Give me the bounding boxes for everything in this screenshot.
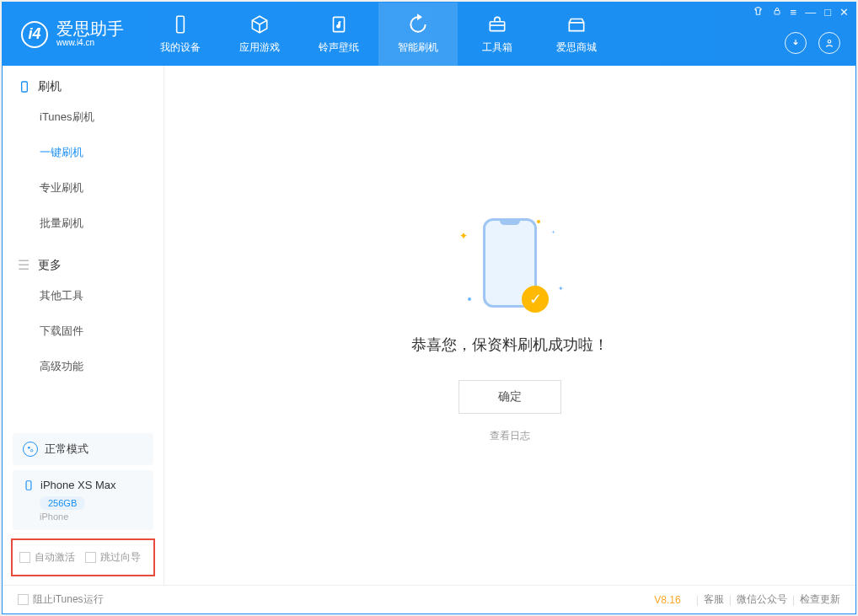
app-name: 爱思助手	[56, 20, 124, 37]
logo-icon: i4	[21, 21, 48, 48]
sidebar-item-batch-flash[interactable]: 批量刷机	[3, 206, 164, 241]
mode-icon	[23, 442, 38, 457]
svg-point-7	[30, 449, 33, 452]
sidebar-item-advanced[interactable]: 高级功能	[3, 349, 164, 384]
window-controls: ≡ — □ ✕	[753, 6, 849, 19]
lock-icon[interactable]	[772, 6, 782, 19]
logo: i4 爱思助手 www.i4.cn	[3, 20, 141, 49]
checkbox-auto-activate[interactable]: 自动激活	[19, 550, 75, 565]
check-icon: ✓	[522, 286, 549, 313]
download-icon[interactable]	[785, 32, 807, 54]
success-illustration: ✦ ✦ + ✓	[442, 208, 577, 318]
music-icon	[328, 13, 350, 35]
checkbox-skip-guide[interactable]: 跳过向导	[85, 550, 141, 565]
version-label: V8.16	[654, 594, 680, 606]
bottom-options-highlight: 自动激活 跳过向导	[11, 538, 155, 576]
tab-my-device[interactable]: 我的设备	[141, 3, 220, 66]
minimize-button[interactable]: —	[805, 6, 816, 19]
device-phone-icon	[23, 479, 35, 491]
footer-link-support[interactable]: 客服	[704, 592, 724, 607]
ok-button[interactable]: 确定	[458, 380, 561, 414]
app-url: www.i4.cn	[56, 37, 124, 49]
mode-status-card[interactable]: 正常模式	[13, 433, 153, 465]
view-log-link[interactable]: 查看日志	[490, 429, 530, 443]
sidebar-item-oneclick-flash[interactable]: 一键刷机	[3, 135, 164, 170]
svg-point-4	[828, 40, 831, 44]
success-message: 恭喜您，保资料刷机成功啦！	[411, 335, 609, 355]
refresh-icon	[407, 13, 429, 35]
toolbox-icon	[486, 13, 508, 35]
device-name: iPhone XS Max	[40, 479, 116, 491]
titlebar-right-icons	[785, 32, 840, 54]
close-button[interactable]: ✕	[839, 6, 849, 19]
tab-ringtones[interactable]: 铃声壁纸	[299, 3, 378, 66]
svg-point-6	[28, 447, 30, 449]
app-window: i4 爱思助手 www.i4.cn 我的设备 应用游戏 铃声壁纸 智能刷机	[2, 2, 856, 614]
footer: 阻止iTunes运行 V8.16 | 客服 | 微信公众号 | 检查更新	[3, 585, 855, 613]
svg-rect-5	[22, 82, 28, 92]
sidebar-item-download-firmware[interactable]: 下载固件	[3, 313, 164, 349]
sidebar-header-more: ☰ 更多	[3, 258, 164, 278]
svg-rect-0	[177, 16, 185, 33]
sidebar-item-other-tools[interactable]: 其他工具	[3, 278, 164, 313]
phone-icon	[18, 80, 31, 94]
sidebar-item-pro-flash[interactable]: 专业刷机	[3, 170, 164, 206]
tab-apps-games[interactable]: 应用游戏	[220, 3, 299, 66]
device-card[interactable]: iPhone XS Max 256GB iPhone	[13, 470, 153, 530]
main-content: ✦ ✦ + ✓ 恭喜您，保资料刷机成功啦！ 确定 查看日志	[164, 66, 855, 585]
tab-smart-flash[interactable]: 智能刷机	[378, 3, 458, 66]
sidebar-item-itunes-flash[interactable]: iTunes刷机	[3, 99, 164, 135]
svg-rect-8	[26, 480, 31, 490]
tab-toolbox[interactable]: 工具箱	[458, 3, 537, 66]
device-type: iPhone	[40, 512, 143, 522]
footer-link-wechat[interactable]: 微信公众号	[737, 592, 787, 607]
device-storage: 256GB	[40, 496, 85, 510]
checkbox-prevent-itunes[interactable]: 阻止iTunes运行	[18, 592, 104, 607]
shirt-icon[interactable]	[753, 6, 764, 19]
store-icon	[566, 13, 587, 35]
sidebar: 刷机 iTunes刷机 一键刷机 专业刷机 批量刷机 ☰ 更多 其他工具 下载固…	[3, 66, 164, 585]
menu-icon[interactable]: ≡	[791, 6, 797, 19]
tab-store[interactable]: 爱思商城	[537, 3, 616, 66]
svg-rect-2	[490, 22, 504, 31]
top-tabs: 我的设备 应用游戏 铃声壁纸 智能刷机 工具箱 爱思商城	[141, 3, 616, 66]
body: 刷机 iTunes刷机 一键刷机 专业刷机 批量刷机 ☰ 更多 其他工具 下载固…	[3, 66, 855, 585]
device-icon	[169, 13, 191, 35]
cube-icon	[249, 13, 271, 35]
maximize-button[interactable]: □	[824, 6, 831, 19]
svg-rect-3	[775, 11, 780, 15]
footer-link-update[interactable]: 检查更新	[800, 592, 840, 607]
user-icon[interactable]	[818, 32, 840, 54]
list-icon: ☰	[18, 259, 31, 272]
sidebar-header-flash: 刷机	[3, 79, 164, 99]
titlebar: i4 爱思助手 www.i4.cn 我的设备 应用游戏 铃声壁纸 智能刷机	[3, 3, 855, 66]
